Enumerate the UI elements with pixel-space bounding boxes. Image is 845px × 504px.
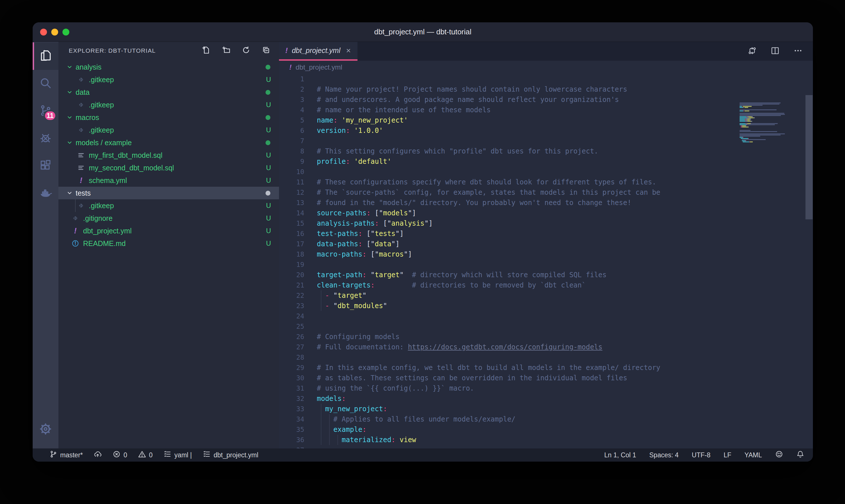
line-content[interactable]: # name or the intended use of these mode… bbox=[317, 105, 491, 115]
line-content[interactable]: version: '1.0.0' bbox=[317, 125, 383, 136]
line-number[interactable]: 2 bbox=[279, 84, 304, 94]
tree-folder-analysis[interactable]: analysis bbox=[58, 61, 279, 73]
line-number[interactable]: 21 bbox=[279, 280, 304, 290]
code-line[interactable]: 9profile: 'default' bbox=[279, 156, 813, 167]
code-line[interactable]: 30# as tables. These settings can be ove… bbox=[279, 373, 813, 383]
code-line[interactable]: 13# found in the "models/" directory. Yo… bbox=[279, 198, 813, 208]
line-content[interactable]: # The `source-paths` config, for example… bbox=[317, 187, 660, 198]
minimap[interactable] bbox=[740, 101, 804, 144]
tree-folder-models-example[interactable]: models / example bbox=[58, 136, 279, 149]
line-content[interactable]: target-path: "target" # directory which … bbox=[317, 270, 606, 280]
code-line[interactable]: 17data-paths: ["data"] bbox=[279, 239, 813, 249]
open-changes-icon[interactable] bbox=[748, 46, 757, 56]
code-line[interactable]: 1 bbox=[279, 74, 813, 84]
line-number[interactable]: 29 bbox=[279, 362, 304, 373]
new-folder-icon[interactable] bbox=[222, 46, 230, 56]
activity-item-debug[interactable] bbox=[33, 125, 58, 152]
editor-scrollbar[interactable] bbox=[806, 95, 813, 219]
code-line[interactable]: 29# In this example config, we tell dbt … bbox=[279, 362, 813, 373]
tree-file--gitkeep[interactable]: .gitkeepU bbox=[58, 73, 279, 86]
tree-folder-data[interactable]: data bbox=[58, 86, 279, 98]
code-line[interactable]: 28 bbox=[279, 352, 813, 362]
line-content[interactable]: profile: 'default' bbox=[317, 156, 391, 167]
status-item-warning-triangle[interactable]: 0 bbox=[138, 450, 153, 460]
line-number[interactable]: 9 bbox=[279, 156, 304, 167]
line-content[interactable]: # This setting configures which "profile… bbox=[317, 146, 598, 156]
status-item-status-spaces-4[interactable]: Spaces: 4 bbox=[649, 451, 679, 459]
code-line[interactable]: 33 my_new_project: bbox=[279, 404, 813, 414]
line-number[interactable]: 16 bbox=[279, 229, 304, 239]
line-number[interactable]: 6 bbox=[279, 125, 304, 136]
line-number[interactable]: 20 bbox=[279, 270, 304, 280]
line-content[interactable]: # Configuring models bbox=[317, 331, 400, 342]
line-content[interactable]: # Full documentation: https://docs.getdb… bbox=[317, 342, 603, 352]
line-number[interactable]: 19 bbox=[279, 259, 304, 270]
code-line[interactable]: 2# Name your project! Project names shou… bbox=[279, 84, 813, 94]
line-number[interactable]: 24 bbox=[279, 311, 304, 321]
collapse-all-icon[interactable] bbox=[262, 46, 270, 56]
line-number[interactable]: 28 bbox=[279, 352, 304, 362]
line-content[interactable]: models: bbox=[317, 394, 346, 404]
status-item-status-yaml[interactable]: YAML bbox=[744, 451, 762, 459]
code-line[interactable]: 25 bbox=[279, 321, 813, 331]
line-number[interactable]: 17 bbox=[279, 239, 304, 249]
line-number[interactable]: 25 bbox=[279, 321, 304, 331]
code-line[interactable]: 36 materialized: view bbox=[279, 435, 813, 445]
line-content[interactable]: materialized: view bbox=[317, 435, 416, 445]
line-content[interactable]: # and underscores. A good package name s… bbox=[317, 94, 619, 105]
line-number[interactable]: 14 bbox=[279, 208, 304, 218]
line-number[interactable]: 15 bbox=[279, 218, 304, 229]
tree-file--gitignore[interactable]: .gitignoreU bbox=[58, 212, 279, 224]
tree-file-readme-md[interactable]: README.mdU bbox=[58, 237, 279, 250]
code-line[interactable]: 19 bbox=[279, 259, 813, 270]
line-content[interactable]: my_new_project: bbox=[317, 404, 387, 414]
line-content[interactable]: test-paths: ["tests"] bbox=[317, 229, 403, 239]
tree-file-my-first-dbt-model-sql[interactable]: my_first_dbt_model.sqlU bbox=[58, 149, 279, 162]
tree-folder-macros[interactable]: macros bbox=[58, 111, 279, 124]
activity-item-search[interactable] bbox=[33, 70, 58, 97]
code-line[interactable]: 10 bbox=[279, 167, 813, 177]
more-actions-icon[interactable] bbox=[793, 46, 803, 56]
activity-item-docker[interactable] bbox=[33, 180, 58, 207]
line-content[interactable]: # as tables. These settings can be overr… bbox=[317, 373, 627, 383]
status-item-status-lf[interactable]: LF bbox=[723, 451, 731, 459]
code-line[interactable]: 20target-path: "target" # directory whic… bbox=[279, 270, 813, 280]
refresh-icon[interactable] bbox=[242, 46, 250, 56]
code-line[interactable]: 15analysis-paths: ["analysis"] bbox=[279, 218, 813, 229]
line-number[interactable]: 22 bbox=[279, 290, 304, 301]
line-number[interactable]: 23 bbox=[279, 301, 304, 311]
code-line[interactable]: 21clean-targets: # directories to be rem… bbox=[279, 280, 813, 290]
code-line[interactable]: 5name: 'my_new_project' bbox=[279, 115, 813, 125]
code-line[interactable]: 24 bbox=[279, 311, 813, 321]
line-number[interactable]: 18 bbox=[279, 249, 304, 259]
line-content[interactable]: - "target" bbox=[317, 290, 366, 301]
tree-file-my-second-dbt-model-sql[interactable]: my_second_dbt_model.sqlU bbox=[58, 162, 279, 174]
line-content[interactable]: # In this example config, we tell dbt to… bbox=[317, 362, 660, 373]
line-content[interactable]: name: 'my_new_project' bbox=[317, 115, 408, 125]
tree-file--gitkeep[interactable]: .gitkeepU bbox=[58, 98, 279, 111]
status-item-cloud-upload[interactable] bbox=[94, 450, 102, 460]
code-line[interactable]: 31# using the `{{ config(...) }}` macro. bbox=[279, 383, 813, 394]
code-line[interactable]: 11# These configurations specify where d… bbox=[279, 177, 813, 187]
code-line[interactable]: 14source-paths: ["models"] bbox=[279, 208, 813, 218]
line-content[interactable]: example: bbox=[317, 425, 366, 435]
tree-file-dbt-project-yml[interactable]: !dbt_project.ymlU bbox=[58, 224, 279, 237]
activity-item-settings[interactable] bbox=[33, 416, 58, 443]
close-window-button[interactable] bbox=[40, 29, 47, 36]
status-item-list[interactable]: yaml | bbox=[164, 450, 192, 460]
tree-folder-tests[interactable]: tests bbox=[58, 187, 279, 199]
code-line[interactable]: 7 bbox=[279, 136, 813, 146]
code-line[interactable]: 27# Full documentation: https://docs.get… bbox=[279, 342, 813, 352]
code-line[interactable]: 22 - "target" bbox=[279, 290, 813, 301]
new-file-icon[interactable] bbox=[202, 46, 210, 56]
line-number[interactable]: 31 bbox=[279, 383, 304, 394]
zoom-window-button[interactable] bbox=[62, 29, 69, 36]
line-number[interactable]: 34 bbox=[279, 414, 304, 425]
code-line[interactable]: 3# and underscores. A good package name … bbox=[279, 94, 813, 105]
status-item-list[interactable]: dbt_project.yml bbox=[203, 450, 258, 460]
code-line[interactable]: 32models: bbox=[279, 394, 813, 404]
status-item-error-circle[interactable]: 0 bbox=[112, 450, 127, 460]
line-number[interactable]: 1 bbox=[279, 74, 304, 84]
line-number[interactable]: 35 bbox=[279, 425, 304, 435]
line-content[interactable]: analysis-paths: ["analysis"] bbox=[317, 218, 433, 229]
